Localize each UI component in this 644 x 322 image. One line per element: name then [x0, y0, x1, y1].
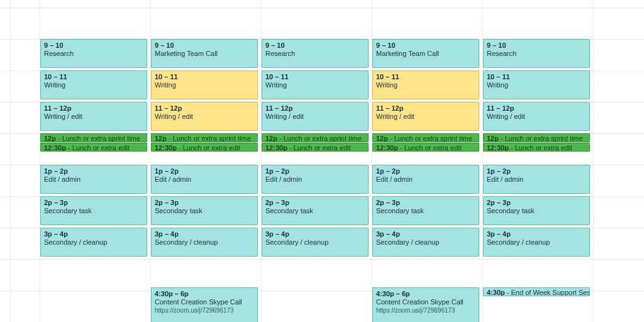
event-time: 11 – 12p: [44, 104, 71, 112]
event-marketing-team-call[interactable]: 9 – 10Marketing Team Call: [372, 39, 479, 68]
event-title: Writing / edit: [487, 113, 525, 120]
event-secondary-cleanup[interactable]: 3p – 4pSecondary / cleanup: [372, 228, 479, 257]
event-secondary-task[interactable]: 2p – 3pSecondary task: [151, 196, 258, 225]
event-writing[interactable]: 10 – 11Writing: [262, 70, 369, 99]
event-subtitle: https://zoom.us/j/729696173: [376, 306, 476, 314]
event-time: 12:30p: [487, 144, 509, 152]
event-writing[interactable]: 10 – 11Writing: [483, 70, 590, 99]
event-time: 10 – 11: [265, 73, 289, 80]
event-lunch-or-extra-edit[interactable]: 12:30p - Lunch or extra edit: [40, 143, 147, 152]
event-writing-edit[interactable]: 11 – 12pWriting / edit: [40, 102, 147, 131]
event-title: Writing: [155, 81, 176, 89]
event-title: Secondary / cleanup: [376, 238, 439, 246]
event-title: Lunch or extra sprint time: [505, 135, 583, 142]
event-writing-edit[interactable]: 11 – 12pWriting / edit: [151, 102, 258, 131]
event-title: End of Week Support Session: [511, 289, 590, 296]
event-writing-edit[interactable]: 11 – 12pWriting / edit: [483, 102, 590, 131]
event-secondary-task[interactable]: 2p – 3pSecondary task: [483, 196, 590, 225]
event-time: 9 – 10: [155, 42, 174, 49]
event-title: Marketing Team Call: [376, 50, 439, 57]
day-column-wednesday: 9 – 10Research10 – 11Writing11 – 12pWrit…: [262, 0, 370, 322]
event-content-creation-skype-call[interactable]: 4:30p – 6pContent Creation Skype Callhtt…: [372, 287, 479, 322]
event-title: Lunch or extra sprint time: [173, 135, 251, 142]
event-title: Writing / edit: [265, 113, 304, 120]
event-title: Lunch or extra edit: [183, 144, 240, 152]
event-title: Secondary / cleanup: [44, 238, 107, 246]
event-edit-admin[interactable]: 1p – 2pEdit / admin: [151, 165, 258, 194]
event-title: Content Creation Skype Call: [376, 298, 464, 306]
event-title: Secondary task: [155, 207, 203, 214]
event-title: Lunch or extra edit: [294, 144, 351, 152]
event-secondary-cleanup[interactable]: 3p – 4pSecondary / cleanup: [40, 228, 147, 257]
event-end-of-week-support-session[interactable]: 4:30p - End of Week Support Session: [483, 287, 590, 296]
event-secondary-cleanup[interactable]: 3p – 4pSecondary / cleanup: [483, 228, 590, 257]
event-secondary-task[interactable]: 2p – 3pSecondary task: [40, 196, 147, 225]
event-edit-admin[interactable]: 1p – 2pEdit / admin: [40, 165, 147, 194]
event-title: Lunch or extra sprint time: [284, 135, 362, 142]
day-column-monday: 9 – 10Research10 – 11Writing11 – 12pWrit…: [40, 0, 148, 322]
event-lunch-or-extra-sprint-time[interactable]: 12p - Lunch or extra sprint time: [40, 133, 147, 142]
event-research[interactable]: 9 – 10Research: [262, 39, 369, 68]
event-title: Secondary / cleanup: [487, 238, 550, 246]
event-time: 9 – 10: [44, 42, 64, 49]
event-title: Research: [265, 50, 295, 57]
event-title: Writing: [265, 81, 287, 89]
event-title: Lunch or extra edit: [404, 144, 462, 152]
event-lunch-or-extra-edit[interactable]: 12:30p - Lunch or extra edit: [151, 143, 258, 152]
event-time: 10 – 11: [155, 73, 178, 80]
event-time: 11 – 12p: [155, 104, 182, 112]
event-research[interactable]: 9 – 10Research: [483, 39, 590, 68]
event-edit-admin[interactable]: 1p – 2pEdit / admin: [483, 165, 590, 194]
event-marketing-team-call[interactable]: 9 – 10Marketing Team Call: [151, 39, 258, 68]
event-edit-admin[interactable]: 1p – 2pEdit / admin: [372, 165, 479, 194]
event-title: Lunch or extra edit: [72, 144, 130, 152]
event-time: 1p – 2p: [376, 167, 400, 175]
event-time: 4:30p: [487, 289, 505, 296]
event-title: Edit / admin: [376, 175, 413, 183]
event-writing[interactable]: 10 – 11Writing: [40, 70, 147, 99]
event-title: Writing / edit: [376, 113, 414, 120]
event-title: Secondary / cleanup: [265, 238, 328, 246]
event-title: Edit / admin: [265, 175, 302, 183]
event-time: 9 – 10: [376, 42, 396, 49]
event-title: Secondary task: [376, 207, 424, 214]
event-title: Secondary task: [265, 207, 313, 214]
event-title: Secondary task: [44, 207, 92, 214]
event-content-creation-skype-call[interactable]: 4:30p – 6pContent Creation Skype Callhtt…: [151, 287, 258, 322]
event-time: 11 – 12p: [265, 104, 292, 112]
event-secondary-task[interactable]: 2p – 3pSecondary task: [262, 196, 369, 225]
event-time: 12:30p: [155, 144, 177, 152]
event-title: Edit / admin: [487, 175, 523, 183]
event-writing-edit[interactable]: 11 – 12pWriting / edit: [262, 102, 369, 131]
event-time: 2p – 3p: [487, 199, 511, 206]
event-title: Edit / admin: [155, 175, 191, 183]
event-writing-edit[interactable]: 11 – 12pWriting / edit: [372, 102, 479, 131]
event-lunch-or-extra-edit[interactable]: 12:30p - Lunch or extra edit: [262, 143, 369, 152]
event-title: Secondary task: [487, 207, 535, 214]
event-writing[interactable]: 10 – 11Writing: [372, 70, 479, 99]
day-column-thursday: 9 – 10Marketing Team Call10 – 11Writing1…: [372, 0, 480, 322]
event-title: Content Creation Skype Call: [155, 298, 242, 306]
calendar-week-view[interactable]: 9 – 10Research10 – 11Writing11 – 12pWrit…: [0, 0, 644, 322]
event-edit-admin[interactable]: 1p – 2pEdit / admin: [262, 165, 369, 194]
event-lunch-or-extra-edit[interactable]: 12:30p - Lunch or extra edit: [483, 143, 590, 152]
event-title: Lunch or extra sprint time: [394, 135, 472, 142]
event-writing[interactable]: 10 – 11Writing: [151, 70, 258, 99]
event-lunch-or-extra-sprint-time[interactable]: 12p - Lunch or extra sprint time: [262, 133, 369, 142]
event-time: 3p – 4p: [265, 230, 289, 238]
event-title: Writing: [376, 81, 397, 89]
event-time: 2p – 3p: [155, 199, 179, 206]
event-time: 1p – 2p: [487, 167, 511, 175]
day-column-tuesday: 9 – 10Marketing Team Call10 – 11Writing1…: [151, 0, 259, 322]
event-secondary-cleanup[interactable]: 3p – 4pSecondary / cleanup: [262, 228, 369, 257]
event-time: 12p: [376, 135, 388, 142]
event-lunch-or-extra-sprint-time[interactable]: 12p - Lunch or extra sprint time: [372, 133, 479, 142]
event-title: Lunch or extra edit: [515, 144, 572, 152]
event-secondary-cleanup[interactable]: 3p – 4pSecondary / cleanup: [151, 228, 258, 257]
event-lunch-or-extra-sprint-time[interactable]: 12p - Lunch or extra sprint time: [151, 133, 258, 142]
event-research[interactable]: 9 – 10Research: [40, 39, 147, 68]
event-lunch-or-extra-edit[interactable]: 12:30p - Lunch or extra edit: [372, 143, 479, 152]
event-secondary-task[interactable]: 2p – 3pSecondary task: [372, 196, 479, 225]
event-title: Research: [44, 50, 74, 57]
event-lunch-or-extra-sprint-time[interactable]: 12p - Lunch or extra sprint time: [483, 133, 590, 142]
